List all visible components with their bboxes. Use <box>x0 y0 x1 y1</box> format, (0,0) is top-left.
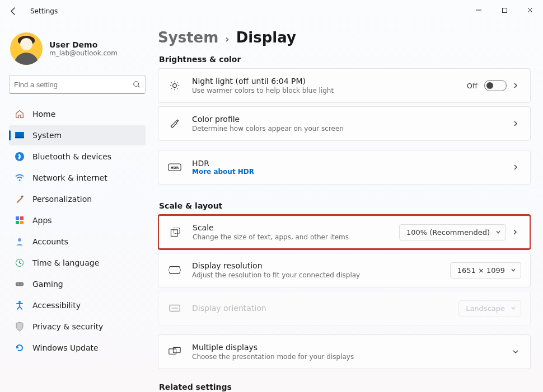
window-title: Settings <box>30 7 58 15</box>
chevron-down-icon <box>511 305 516 311</box>
titlebar: Settings <box>0 0 543 22</box>
nav-item-update[interactable]: Windows Update <box>9 338 146 358</box>
breadcrumb: System › Display <box>158 29 531 46</box>
breadcrumb-current: Display <box>236 29 296 46</box>
svg-rect-33 <box>170 267 180 274</box>
dropdown-value: Landscape <box>466 304 505 313</box>
nav-item-time[interactable]: Time & language <box>9 253 146 273</box>
chevron-right-icon <box>510 82 521 89</box>
hdr-link[interactable]: More about HDR <box>192 168 507 176</box>
card-title: Scale <box>193 223 399 232</box>
nav-item-home[interactable]: Home <box>9 104 146 124</box>
bluetooth-icon <box>15 152 25 162</box>
svg-point-19 <box>18 301 21 303</box>
close-button[interactable] <box>517 0 543 20</box>
resolution-dropdown[interactable]: 1651 × 1099 <box>450 262 521 278</box>
nav-label: Personalization <box>32 195 92 204</box>
card-title: HDR <box>192 159 507 168</box>
profile-block[interactable]: User Demo m_lab@outlook.com <box>10 32 146 65</box>
card-night-light[interactable]: Night light (off until 6:04 PM) Use warm… <box>158 68 531 103</box>
card-resolution[interactable]: Display resolution Adjust the resolution… <box>158 253 531 287</box>
window-controls <box>466 0 543 20</box>
nav-item-accessibility[interactable]: Accessibility <box>9 295 146 315</box>
card-title: Night light (off until 6:04 PM) <box>192 77 467 86</box>
card-color-profile[interactable]: Color profile Determine how colors appea… <box>158 106 531 141</box>
scale-dropdown[interactable]: 100% (Recommended) <box>399 224 506 240</box>
nav-item-system[interactable]: System <box>9 125 146 145</box>
update-icon <box>15 343 25 353</box>
card-subtitle: Choose the presentation mode for your di… <box>192 353 507 361</box>
accessibility-icon <box>15 300 25 310</box>
svg-line-28 <box>171 88 172 89</box>
chevron-down-icon <box>495 229 501 235</box>
card-scale[interactable]: Scale Change the size of text, apps, and… <box>158 215 531 249</box>
brush-icon <box>15 194 25 204</box>
scale-icon <box>168 226 182 238</box>
svg-rect-1 <box>502 8 507 12</box>
nav-label: System <box>32 131 62 140</box>
svg-line-27 <box>177 82 178 83</box>
search-box[interactable] <box>9 75 146 94</box>
nav-label: Time & language <box>32 258 99 267</box>
dropdown-value: 100% (Recommended) <box>406 228 490 237</box>
svg-point-20 <box>173 84 177 88</box>
shield-icon <box>15 322 25 332</box>
nav-item-gaming[interactable]: Gaming <box>9 274 146 294</box>
wifi-icon <box>15 173 25 183</box>
resolution-icon <box>167 265 182 275</box>
nav-list: Home System Bluetooth & devices Network … <box>9 104 146 358</box>
back-button[interactable] <box>7 4 20 18</box>
system-icon <box>15 130 25 140</box>
chevron-right-icon <box>509 229 521 235</box>
night-light-icon <box>167 80 182 91</box>
card-hdr[interactable]: HDR HDR More about HDR <box>158 150 531 185</box>
chevron-right-icon <box>510 164 521 171</box>
section-brightness: Brightness & color <box>159 55 531 64</box>
breadcrumb-root[interactable]: System <box>158 29 218 46</box>
svg-point-13 <box>18 238 21 242</box>
night-light-toggle[interactable] <box>484 80 507 91</box>
card-orientation: Display orientation Landscape <box>158 291 531 325</box>
nav-item-apps[interactable]: Apps <box>9 210 146 230</box>
nav-item-privacy[interactable]: Privacy & security <box>9 317 146 337</box>
svg-rect-16 <box>16 282 24 286</box>
card-subtitle: Use warmer colors to help block blue lig… <box>192 87 467 95</box>
gamepad-icon <box>15 279 25 289</box>
svg-line-26 <box>177 88 178 89</box>
section-related: Related settings <box>159 382 531 391</box>
nav-label: Windows Update <box>32 343 99 352</box>
nav-item-network[interactable]: Network & internet <box>9 168 146 188</box>
svg-rect-40 <box>173 347 180 352</box>
card-multiple-displays[interactable]: Multiple displays Choose the presentatio… <box>158 334 531 369</box>
chevron-down-icon <box>510 348 521 355</box>
nav-item-personalization[interactable]: Personalization <box>9 189 146 209</box>
avatar <box>10 32 43 65</box>
card-subtitle: Adjust the resolution to fit your connec… <box>192 271 450 279</box>
card-title: Color profile <box>192 115 507 124</box>
minimize-button[interactable] <box>466 0 491 20</box>
hdr-icon: HDR <box>167 163 182 172</box>
home-icon <box>15 109 25 119</box>
chevron-down-icon <box>511 267 516 273</box>
svg-line-25 <box>171 82 172 83</box>
accounts-icon <box>15 237 25 247</box>
nav-item-bluetooth[interactable]: Bluetooth & devices <box>9 147 146 167</box>
nav-item-accounts[interactable]: Accounts <box>9 232 146 252</box>
nav-label: Home <box>32 110 55 119</box>
profile-email: m_lab@outlook.com <box>49 49 118 57</box>
orientation-dropdown: Landscape <box>458 300 521 317</box>
svg-point-7 <box>19 180 21 181</box>
svg-point-2 <box>134 82 139 87</box>
svg-rect-9 <box>16 216 19 220</box>
svg-rect-5 <box>15 137 24 139</box>
breadcrumb-separator: › <box>225 33 229 45</box>
search-input[interactable] <box>14 81 133 89</box>
svg-rect-32 <box>174 228 180 234</box>
card-title: Display resolution <box>192 261 450 270</box>
orientation-icon <box>167 303 182 313</box>
apps-icon <box>15 215 25 225</box>
card-title: Multiple displays <box>192 343 507 352</box>
svg-rect-11 <box>16 221 19 224</box>
maximize-button[interactable] <box>491 0 517 20</box>
card-subtitle: Change the size of text, apps, and other… <box>193 233 399 241</box>
